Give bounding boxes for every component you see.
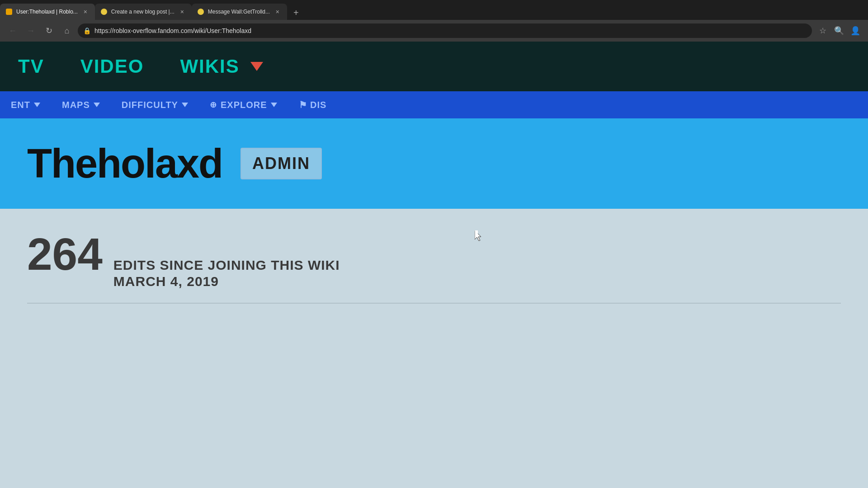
edit-label: EDITS SINCE JOINING THIS WIKI [113, 258, 340, 273]
wiki-sub-difficulty[interactable]: DIFFICULTY [111, 91, 199, 118]
tab-bar: User:Theholaxd | Roblo... × Create a new… [0, 0, 868, 20]
lock-icon: 🔒 [83, 27, 91, 34]
wikis-dropdown-arrow [250, 62, 263, 71]
fandom-nav-wikis[interactable]: WIKIS [180, 56, 263, 77]
wiki-sub-maps[interactable]: MAPS [51, 91, 111, 118]
url-bar[interactable]: 🔒 https://roblox-overflow.fandom.com/wik… [78, 23, 812, 38]
wiki-sub-nav: ENT MAPS DIFFICULTY ⊕ EXPLORE ⚑ DIS [0, 91, 868, 118]
back-button[interactable]: ← [5, 23, 20, 38]
fandom-nav-video[interactable]: VIDEO [80, 56, 144, 77]
fandom-nav-tv[interactable]: TV [18, 56, 44, 77]
tab-3-title: Message Wall:GetTrolld... [208, 9, 270, 15]
tab-2[interactable]: Create a new blog post |... × [95, 4, 192, 20]
user-hero: Theholaxd ADMIN [0, 118, 868, 209]
reload-button[interactable]: ↻ [42, 23, 56, 38]
fandom-top-nav: TV VIDEO WIKIS [0, 42, 868, 91]
wiki-sub-dis[interactable]: ⚑ DIS [288, 91, 338, 118]
tab-2-close[interactable]: × [178, 8, 186, 16]
maps-dropdown-arrow [94, 103, 100, 107]
admin-badge: ADMIN [241, 148, 322, 179]
stats-row: 264 EDITS SINCE JOINING THIS WIKI MARCH … [27, 231, 841, 289]
tab-2-favicon [100, 8, 108, 15]
wiki-sub-ent[interactable]: ENT [0, 91, 51, 118]
explore-dropdown-arrow [271, 103, 277, 107]
join-date: MARCH 4, 2019 [113, 274, 340, 289]
home-button[interactable]: ⌂ [60, 23, 74, 38]
tab-3-favicon [197, 8, 204, 15]
tab-1-favicon [5, 8, 13, 15]
address-bar: ← → ↻ ⌂ 🔒 https://roblox-overflow.fandom… [0, 20, 868, 42]
browser-chrome: User:Theholaxd | Roblo... × Create a new… [0, 0, 868, 42]
edit-count: 264 [27, 231, 103, 277]
ent-dropdown-arrow [34, 103, 40, 107]
address-actions: ☆ 🔍 👤 [816, 23, 863, 38]
tab-1-title: User:Theholaxd | Roblo... [16, 9, 78, 15]
bookmark-button[interactable]: ☆ [816, 23, 830, 38]
tab-1[interactable]: User:Theholaxd | Roblo... × [0, 4, 95, 20]
forward-button[interactable]: → [24, 23, 38, 38]
url-text: https://roblox-overflow.fandom.com/wiki/… [94, 27, 251, 34]
difficulty-dropdown-arrow [182, 103, 188, 107]
add-tab-button[interactable]: + [289, 5, 303, 20]
tab-3-close[interactable]: × [274, 8, 282, 16]
stats-section: 264 EDITS SINCE JOINING THIS WIKI MARCH … [0, 209, 868, 317]
profile-button[interactable]: 👤 [848, 23, 863, 38]
tab-2-title: Create a new blog post |... [111, 9, 175, 15]
wiki-sub-explore[interactable]: ⊕ EXPLORE [199, 91, 288, 118]
tab-3[interactable]: Message Wall:GetTrolld... × [192, 4, 287, 20]
tab-1-close[interactable]: × [81, 8, 90, 16]
search-button[interactable]: 🔍 [832, 23, 846, 38]
explore-icon: ⊕ [210, 100, 217, 110]
stats-divider [27, 303, 841, 304]
stat-labels: EDITS SINCE JOINING THIS WIKI MARCH 4, 2… [113, 258, 340, 289]
user-name: Theholaxd [27, 141, 222, 187]
